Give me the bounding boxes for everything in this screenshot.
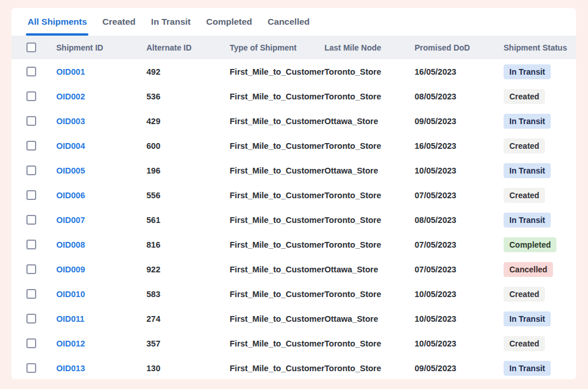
shipment-id-link[interactable]: OID010 <box>44 290 146 299</box>
column-header-shipment-status: Shipment Status <box>504 43 576 52</box>
status-badge: Cancelled <box>504 262 553 277</box>
last-mile-node-cell: Ottawa_Store <box>324 314 415 323</box>
row-checkbox[interactable] <box>26 91 36 101</box>
alternate-id-cell: 130 <box>146 364 230 373</box>
table-row: OID008 816 First_Mile_to_Customer Toront… <box>11 232 576 257</box>
promised-dod-cell: 09/05/2023 <box>415 117 504 126</box>
last-mile-node-cell: Ottawa_Store <box>324 265 415 274</box>
table-header: Shipment ID Alternate ID Type of Shipmen… <box>11 36 576 59</box>
alternate-id-cell: 561 <box>146 215 230 225</box>
row-checkbox[interactable] <box>26 190 36 200</box>
promised-dod-cell: 16/05/2023 <box>415 67 504 76</box>
tab-all-shipments[interactable]: All Shipments <box>28 8 87 36</box>
shipment-id-link[interactable]: OID002 <box>44 92 146 101</box>
row-checkbox[interactable] <box>26 289 36 299</box>
table-row: OID007 561 First_Mile_to_Customer Toront… <box>11 207 576 232</box>
table-row: OID002 536 First_Mile_to_Customer Toront… <box>11 84 576 109</box>
row-checkbox[interactable] <box>26 264 36 274</box>
row-checkbox[interactable] <box>26 67 36 76</box>
alternate-id-cell: 600 <box>146 141 230 151</box>
shipment-id-link[interactable]: OID013 <box>44 364 146 373</box>
shipment-type-cell: First_Mile_to_Customer <box>230 166 324 175</box>
tab-created[interactable]: Created <box>102 8 136 36</box>
row-checkbox[interactable] <box>26 314 36 323</box>
column-header-promised-dod: Promised DoD <box>415 43 504 52</box>
shipment-type-cell: First_Mile_to_Customer <box>230 117 324 126</box>
status-badge: In Transit <box>504 213 551 228</box>
shipment-id-link[interactable]: OID006 <box>44 191 146 200</box>
last-mile-node-cell: Toronto_Store <box>324 364 415 373</box>
shipment-id-link[interactable]: OID005 <box>44 166 146 175</box>
table-row: OID012 357 First_Mile_to_Customer Toront… <box>11 331 576 356</box>
row-checkbox[interactable] <box>26 363 36 373</box>
column-header-alternate-id: Alternate ID <box>146 43 230 52</box>
row-checkbox[interactable] <box>26 165 36 175</box>
alternate-id-cell: 196 <box>146 166 230 175</box>
last-mile-node-cell: Toronto_Store <box>324 215 415 225</box>
shipment-type-cell: First_Mile_to_Customer <box>230 314 324 323</box>
alternate-id-cell: 922 <box>146 265 230 274</box>
shipment-type-cell: First_Mile_to_Customer <box>230 67 324 76</box>
row-checkbox[interactable] <box>26 116 36 126</box>
alternate-id-cell: 357 <box>146 339 230 348</box>
table-row: OID003 429 First_Mile_to_Customer Ottawa… <box>11 109 576 133</box>
shipment-type-cell: First_Mile_to_Customer <box>230 141 324 151</box>
shipment-id-link[interactable]: OID004 <box>44 141 146 151</box>
last-mile-node-cell: Ottawa_Store <box>324 117 415 126</box>
alternate-id-cell: 429 <box>146 117 230 126</box>
shipment-type-cell: First_Mile_to_Customer <box>230 240 324 249</box>
shipment-id-link[interactable]: OID008 <box>44 240 146 249</box>
shipment-id-link[interactable]: OID003 <box>44 117 146 126</box>
promised-dod-cell: 08/05/2023 <box>415 215 504 225</box>
alternate-id-cell: 536 <box>146 92 230 101</box>
alternate-id-cell: 816 <box>146 240 230 249</box>
status-badge: Created <box>504 336 545 351</box>
alternate-id-cell: 274 <box>146 314 230 323</box>
promised-dod-cell: 08/05/2023 <box>415 92 504 101</box>
tab-cancelled[interactable]: Cancelled <box>268 8 310 36</box>
last-mile-node-cell: Toronto_Store <box>324 339 415 348</box>
last-mile-node-cell: Toronto_Store <box>324 92 415 101</box>
shipment-id-link[interactable]: OID007 <box>44 215 146 225</box>
shipment-id-link[interactable]: OID009 <box>44 265 146 274</box>
table-row: OID009 922 First_Mile_to_Customer Ottawa… <box>11 257 576 282</box>
last-mile-node-cell: Toronto_Store <box>324 191 415 200</box>
table-row: OID013 130 First_Mile_to_Customer Toront… <box>11 356 576 379</box>
shipment-id-link[interactable]: OID011 <box>44 314 146 323</box>
status-badge: Created <box>504 188 545 203</box>
promised-dod-cell: 09/05/2023 <box>415 364 504 373</box>
column-header-type-of-shipment: Type of Shipment <box>230 43 324 52</box>
row-checkbox[interactable] <box>26 141 36 151</box>
status-badge: In Transit <box>504 163 551 178</box>
last-mile-node-cell: Toronto_Store <box>324 67 415 76</box>
table-row: OID010 583 First_Mile_to_Customer Toront… <box>11 282 576 306</box>
column-header-last-mile-node: Last Mile Node <box>324 43 415 52</box>
promised-dod-cell: 07/05/2023 <box>415 240 504 249</box>
table-row: OID011 274 First_Mile_to_Customer Ottawa… <box>11 306 576 331</box>
promised-dod-cell: 10/05/2023 <box>415 290 504 299</box>
promised-dod-cell: 10/05/2023 <box>415 314 504 323</box>
row-checkbox[interactable] <box>26 338 36 348</box>
promised-dod-cell: 10/05/2023 <box>415 339 504 348</box>
select-all-checkbox[interactable] <box>26 43 36 52</box>
shipment-id-link[interactable]: OID001 <box>44 67 146 76</box>
row-checkbox[interactable] <box>26 215 36 225</box>
status-badge: Created <box>504 89 545 104</box>
status-badge: Completed <box>504 237 556 252</box>
last-mile-node-cell: Toronto_Store <box>324 290 415 299</box>
shipment-type-cell: First_Mile_to_Customer <box>230 191 324 200</box>
row-checkbox[interactable] <box>26 240 36 249</box>
tab-completed[interactable]: Completed <box>206 8 252 36</box>
tabs-bar: All Shipments Created In Transit Complet… <box>11 8 576 36</box>
tab-in-transit[interactable]: In Transit <box>151 8 191 36</box>
table-row: OID001 492 First_Mile_to_Customer Toront… <box>11 59 576 84</box>
shipment-id-link[interactable]: OID012 <box>44 339 146 348</box>
shipment-type-cell: First_Mile_to_Customer <box>230 290 324 299</box>
alternate-id-cell: 492 <box>146 67 230 76</box>
shipment-type-cell: First_Mile_to_Customer <box>230 339 324 348</box>
status-badge: In Transit <box>504 114 551 129</box>
last-mile-node-cell: Toronto_Store <box>324 141 415 151</box>
table-body: OID001 492 First_Mile_to_Customer Toront… <box>11 59 576 379</box>
status-badge: Created <box>504 287 545 302</box>
promised-dod-cell: 16/05/2023 <box>415 141 504 151</box>
